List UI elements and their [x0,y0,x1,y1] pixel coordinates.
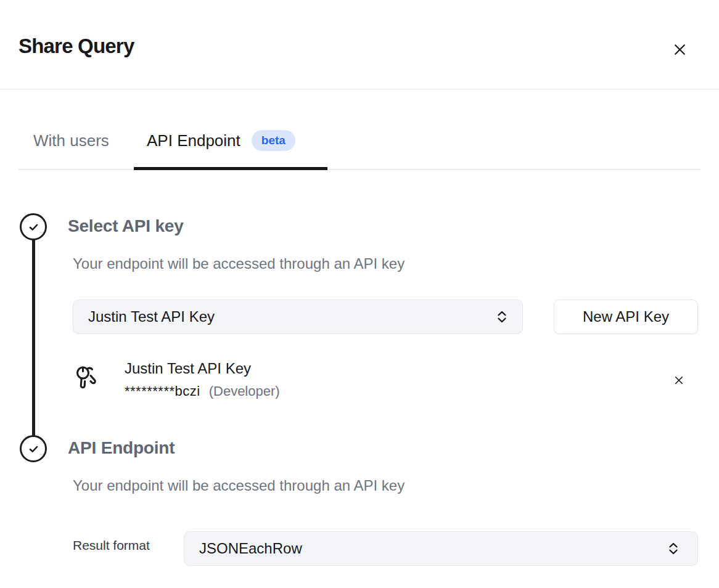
result-format-select[interactable]: JSONEachRow [184,531,698,566]
checkmark-icon [27,220,41,234]
step-1-title: Select API key [68,216,184,236]
api-key-select-value: Justin Test API Key [73,308,495,325]
chevron-up-down-icon [495,309,509,325]
keys-icon [74,362,101,392]
selected-key-masked-value: *********bczi [125,383,200,399]
checkmark-icon [27,442,41,456]
tabs-divider [18,169,701,170]
step-1-complete-indicator [20,213,47,240]
header-divider [0,89,719,89]
step-2-title: API Endpoint [68,438,175,458]
close-icon [672,42,688,57]
new-api-key-button[interactable]: New API Key [554,300,698,334]
selected-key-details: *********bczi (Developer) [125,383,280,399]
selected-key-role: (Developer) [209,383,280,399]
api-key-select[interactable]: Justin Test API Key [73,300,523,334]
tab-with-users[interactable]: With users [33,127,109,154]
active-tab-indicator [134,167,327,170]
step-2-subtitle: Your endpoint will be accessed through a… [73,477,405,494]
step-1-subtitle: Your endpoint will be accessed through a… [73,255,405,272]
result-format-select-value: JSONEachRow [184,540,667,557]
tab-with-users-label: With users [33,131,109,150]
tab-api-endpoint-label: API Endpoint [147,131,240,150]
dialog-title: Share Query [18,35,134,58]
tab-api-endpoint[interactable]: API Endpoint beta [147,127,295,154]
close-dialog-button[interactable] [668,38,691,60]
beta-badge: beta [252,130,295,151]
step-2-complete-indicator [20,435,47,462]
selected-key-name: Justin Test API Key [125,360,251,377]
chevron-up-down-icon [667,541,680,557]
x-icon [673,375,684,386]
remove-key-button[interactable] [670,371,688,390]
stepper-connector-line [32,227,35,449]
result-format-label: Result format [73,538,150,553]
